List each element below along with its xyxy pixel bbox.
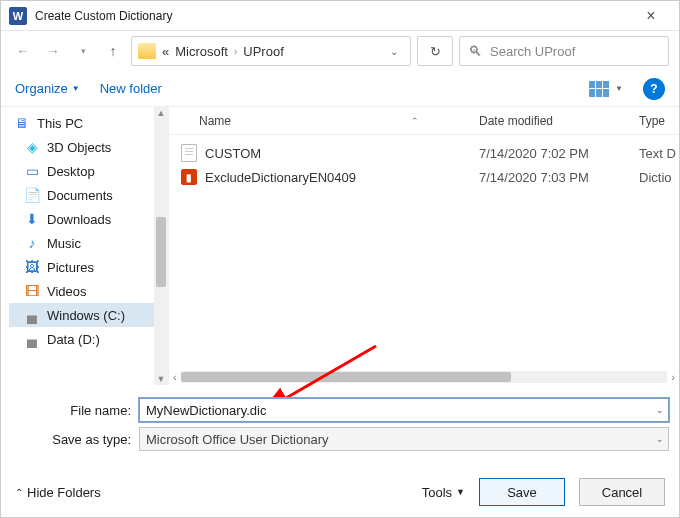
filename-label: File name: bbox=[11, 403, 139, 418]
column-modified[interactable]: Date modified bbox=[469, 114, 629, 128]
savetype-label: Save as type: bbox=[11, 432, 139, 447]
chevron-right-icon: › bbox=[234, 46, 237, 57]
refresh-button[interactable]: ↻ bbox=[417, 36, 453, 66]
file-list-pane: Name ⌃ Date modified Type CUSTOM 7/14/20… bbox=[169, 107, 679, 385]
downloads-icon: ⬇ bbox=[23, 211, 41, 227]
titlebar: W Create Custom Dictionary × bbox=[1, 1, 679, 31]
forward-button[interactable]: → bbox=[41, 39, 65, 63]
address-dropdown-icon[interactable]: ⌄ bbox=[384, 46, 404, 57]
back-button[interactable]: ← bbox=[11, 39, 35, 63]
scroll-down-icon[interactable]: ▼ bbox=[154, 374, 168, 384]
save-button[interactable]: Save bbox=[479, 478, 565, 506]
documents-icon: 📄 bbox=[23, 187, 41, 203]
scroll-up-icon[interactable]: ▲ bbox=[154, 108, 168, 118]
chevron-down-icon: ▼ bbox=[615, 84, 623, 93]
word-app-icon: W bbox=[9, 7, 27, 25]
tree-data-d[interactable]: ▄Data (D:) bbox=[9, 327, 154, 351]
scroll-thumb[interactable] bbox=[156, 217, 166, 287]
filename-input[interactable]: MyNewDictionary.dic ⌄ bbox=[139, 398, 669, 422]
pictures-icon: 🖼 bbox=[23, 259, 41, 275]
drive-icon: ▄ bbox=[23, 331, 41, 347]
save-form: File name: MyNewDictionary.dic ⌄ Save as… bbox=[1, 385, 679, 462]
drive-icon: ▄ bbox=[23, 307, 41, 323]
chevron-down-icon[interactable]: ⌄ bbox=[656, 405, 664, 415]
text-file-icon bbox=[181, 144, 197, 162]
chevron-down-icon[interactable]: ⌄ bbox=[656, 434, 664, 444]
tree-videos[interactable]: 🎞Videos bbox=[9, 279, 154, 303]
chevron-down-icon: ▼ bbox=[456, 487, 465, 497]
tree-windows-c[interactable]: ▄Windows (C:) bbox=[9, 303, 154, 327]
dialog-footer: ⌃ Hide Folders Tools ▼ Save Cancel bbox=[1, 462, 679, 516]
tools-menu[interactable]: Tools ▼ bbox=[422, 485, 465, 500]
toolbar: Organize ▼ New folder ▼ ? bbox=[1, 71, 679, 107]
breadcrumb-uproof[interactable]: UProof bbox=[243, 44, 283, 59]
navigation-bar: ← → ▾ ↑ « Microsoft › UProof ⌄ ↻ 🔍︎ Sear… bbox=[1, 31, 679, 71]
office-file-icon: ▮ bbox=[181, 169, 197, 185]
column-name[interactable]: Name ⌃ bbox=[169, 114, 469, 128]
savetype-select[interactable]: Microsoft Office User Dictionary ⌄ bbox=[139, 427, 669, 451]
scroll-track[interactable] bbox=[181, 371, 668, 383]
column-type[interactable]: Type bbox=[629, 114, 679, 128]
organize-button[interactable]: Organize ▼ bbox=[15, 81, 80, 96]
search-placeholder: Search UProof bbox=[490, 44, 575, 59]
chevron-down-icon: ▼ bbox=[72, 84, 80, 93]
recent-dropdown-icon[interactable]: ▾ bbox=[71, 39, 95, 63]
3d-objects-icon: ◈ bbox=[23, 139, 41, 155]
tree-this-pc[interactable]: 🖥This PC bbox=[9, 111, 154, 135]
tree-music[interactable]: ♪Music bbox=[9, 231, 154, 255]
chevron-up-icon: ⌃ bbox=[15, 487, 23, 498]
folder-tree-pane: 🖥This PC ◈3D Objects ▭Desktop 📄Documents… bbox=[1, 107, 169, 385]
window-title: Create Custom Dictionary bbox=[35, 9, 631, 23]
address-bar[interactable]: « Microsoft › UProof ⌄ bbox=[131, 36, 411, 66]
tree-3d-objects[interactable]: ◈3D Objects bbox=[9, 135, 154, 159]
view-mode-button[interactable]: ▼ bbox=[589, 81, 623, 97]
tree-downloads[interactable]: ⬇Downloads bbox=[9, 207, 154, 231]
refresh-icon: ↻ bbox=[430, 44, 441, 59]
sort-indicator-icon: ⌃ bbox=[411, 116, 419, 126]
up-button[interactable]: ↑ bbox=[101, 39, 125, 63]
column-headers: Name ⌃ Date modified Type bbox=[169, 107, 679, 135]
cancel-button[interactable]: Cancel bbox=[579, 478, 665, 506]
folder-icon bbox=[138, 43, 156, 59]
view-grid-icon bbox=[589, 81, 609, 97]
tree-documents[interactable]: 📄Documents bbox=[9, 183, 154, 207]
folder-tree[interactable]: 🖥This PC ◈3D Objects ▭Desktop 📄Documents… bbox=[1, 107, 154, 385]
file-row[interactable]: CUSTOM 7/14/2020 7:02 PM Text D bbox=[169, 141, 679, 165]
horizontal-scrollbar[interactable]: ‹ › bbox=[169, 369, 679, 385]
new-folder-button[interactable]: New folder bbox=[100, 81, 162, 96]
scroll-left-icon[interactable]: ‹ bbox=[173, 371, 177, 383]
desktop-icon: ▭ bbox=[23, 163, 41, 179]
help-button[interactable]: ? bbox=[643, 78, 665, 100]
tree-desktop[interactable]: ▭Desktop bbox=[9, 159, 154, 183]
main-area: 🖥This PC ◈3D Objects ▭Desktop 📄Documents… bbox=[1, 107, 679, 385]
tree-pictures[interactable]: 🖼Pictures bbox=[9, 255, 154, 279]
scroll-thumb[interactable] bbox=[181, 372, 511, 382]
videos-icon: 🎞 bbox=[23, 283, 41, 299]
breadcrumb-prefix: « bbox=[162, 44, 169, 59]
search-icon: 🔍︎ bbox=[468, 43, 482, 59]
close-button[interactable]: × bbox=[631, 7, 671, 25]
music-icon: ♪ bbox=[23, 235, 41, 251]
tree-scrollbar[interactable]: ▲ ▼ bbox=[154, 107, 168, 385]
file-row[interactable]: ▮ExcludeDictionaryEN0409 7/14/2020 7:03 … bbox=[169, 165, 679, 189]
hide-folders-button[interactable]: ⌃ Hide Folders bbox=[15, 485, 101, 500]
pc-icon: 🖥 bbox=[13, 115, 31, 131]
breadcrumb-microsoft[interactable]: Microsoft bbox=[175, 44, 228, 59]
file-rows: CUSTOM 7/14/2020 7:02 PM Text D ▮Exclude… bbox=[169, 135, 679, 369]
scroll-right-icon[interactable]: › bbox=[671, 371, 675, 383]
search-input[interactable]: 🔍︎ Search UProof bbox=[459, 36, 669, 66]
